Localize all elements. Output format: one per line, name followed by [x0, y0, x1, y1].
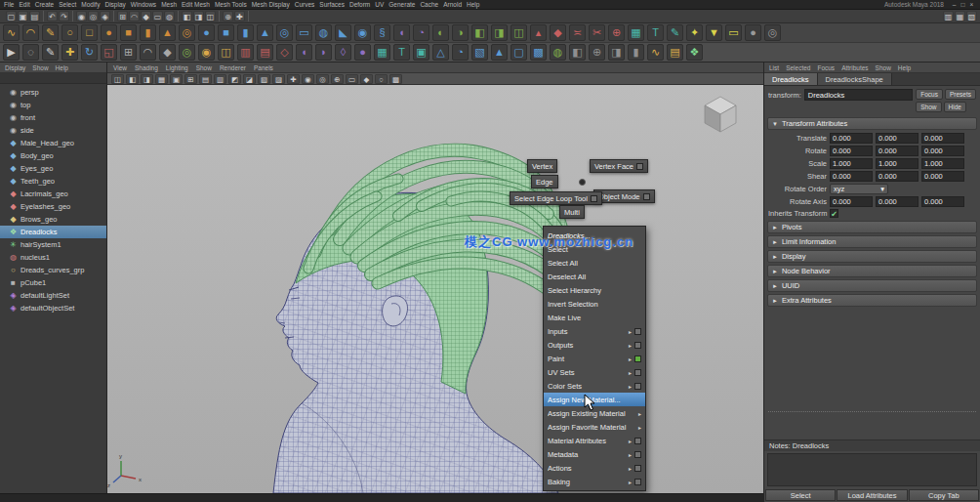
save-scene-icon[interactable]: ▤ — [29, 11, 40, 21]
ae-tab-dreadlocksshape[interactable]: DreadlocksShape — [818, 73, 892, 85]
outliner-item-eyelashes-geo[interactable]: ◆Eyelashes_geo — [0, 200, 106, 213]
ae-menu-show[interactable]: Show — [876, 64, 891, 71]
shelf-select-tool-icon[interactable]: ▶ — [3, 44, 20, 61]
shelf-multi-cut-icon[interactable]: ✂ — [589, 24, 605, 41]
outliner-menu-help[interactable]: Help — [56, 64, 68, 71]
menu-uv[interactable]: UV — [375, 1, 384, 8]
plugin-shading-icon[interactable]: ▩ — [389, 74, 402, 84]
context-menu-item-make-live[interactable]: Make Live — [544, 311, 645, 324]
ae-button-hide[interactable]: Hide — [944, 102, 966, 112]
menu-mesh[interactable]: Mesh — [161, 1, 177, 8]
field-chart-icon[interactable]: ◨ — [141, 74, 153, 84]
shelf-quad-draw-icon[interactable]: ▦ — [628, 24, 644, 41]
shelf-smooth-mesh-icon[interactable]: ◔ — [413, 24, 429, 41]
shelf-offset-edge-loop-icon[interactable]: ▤ — [257, 44, 273, 61]
shelf-render-view-icon[interactable]: ◧ — [569, 44, 586, 61]
shelf-combine-icon[interactable]: ◧ — [471, 24, 488, 41]
footer-button-select[interactable]: Select — [765, 489, 836, 501]
minimize-button[interactable]: – — [950, 1, 959, 8]
outliner-item-dreads-curves-grp[interactable]: ○Dreads_curves_grp — [0, 264, 106, 276]
menu-deform[interactable]: Deform — [349, 1, 370, 8]
render-view-icon[interactable]: ◧ — [182, 11, 192, 21]
shelf-create-polygon-icon[interactable]: △ — [432, 44, 449, 61]
outliner-item-pcube1[interactable]: ■pCube1 — [0, 276, 106, 289]
shelf-nurbs-circle-icon[interactable]: ○ — [61, 24, 78, 41]
motion-blur-icon[interactable]: ▧ — [258, 74, 270, 84]
attr-value-field[interactable]: 0.000 — [921, 133, 964, 144]
ae-tab-dreadlocks[interactable]: Dreadlocks — [764, 73, 818, 85]
shadows-mode-icon[interactable]: ◩ — [228, 74, 241, 84]
menu-windows[interactable]: Windows — [131, 1, 156, 8]
ae-button-focus[interactable]: Focus — [916, 89, 943, 100]
viewport-menu-panels[interactable]: Panels — [254, 64, 273, 71]
viewport-menu-shading[interactable]: Shading — [135, 64, 158, 71]
rotate-order-dropdown[interactable]: xyz▾ — [830, 184, 888, 194]
attr-value-field[interactable]: 0.000 — [830, 146, 873, 156]
ae-menu-help[interactable]: Help — [898, 64, 911, 71]
section-uuid[interactable]: ►UUID — [767, 279, 977, 292]
shelf-snap-grid-icon[interactable]: ⊞ — [120, 44, 137, 61]
attr-value-field[interactable]: 0.000 — [830, 133, 873, 144]
shelf-render-material-icon[interactable]: ● — [745, 24, 761, 41]
shelf-poly-torus-icon[interactable]: ◎ — [276, 24, 293, 41]
option-box-icon[interactable] — [634, 369, 641, 376]
select-hierarchy-icon[interactable]: ◉ — [76, 11, 87, 21]
close-button[interactable]: × — [967, 1, 976, 8]
context-menu-item-deselect-all[interactable]: Deselect All — [544, 270, 645, 283]
menu-help[interactable]: Help — [467, 1, 479, 8]
context-menu-item-select-hierarchy[interactable]: Select Hierarchy — [544, 283, 645, 297]
footer-button-load-attributes[interactable]: Load Attributes — [837, 489, 907, 501]
shelf-render-settings-icon[interactable]: ⊕ — [589, 44, 605, 61]
shelf-dope-sheet-icon[interactable]: ▤ — [667, 44, 683, 61]
menu-cache[interactable]: Cache — [420, 1, 438, 8]
marking-menu-multi[interactable]: Multi — [559, 205, 585, 219]
redo-icon[interactable]: ↷ — [59, 11, 69, 21]
outliner-item-defaultlightset[interactable]: ◈defaultLightSet — [0, 289, 106, 302]
snap-to-curve-icon[interactable]: ◠ — [129, 11, 140, 21]
marking-menu-edge[interactable]: Edge — [531, 175, 558, 188]
footer-button-copy-tab[interactable]: Copy Tab — [909, 489, 979, 501]
viewport-3d-view[interactable]: x y z 模之CG www.mozhicg.cn VertexVertex F… — [107, 85, 763, 493]
snap-to-grid-icon[interactable]: ⊞ — [117, 11, 128, 21]
menu-arnold[interactable]: Arnold — [443, 1, 462, 8]
outliner-item-dreadlocks[interactable]: ❖Dreadlocks — [0, 226, 106, 238]
outliner-menu-display[interactable]: Display — [5, 64, 25, 71]
outliner-item-body-geo[interactable]: ◆Body_geo — [0, 149, 106, 162]
attr-value-field[interactable]: 0.000 — [876, 146, 919, 156]
shelf-poly-cone-icon[interactable]: ▲ — [257, 24, 273, 41]
context-menu-item-paint[interactable]: Paint▸ — [544, 352, 645, 365]
shelf-nurbs-cone-icon[interactable]: ▲ — [159, 24, 176, 41]
viewport-menu-renderer[interactable]: Renderer — [220, 64, 246, 71]
select-object-icon[interactable]: ◎ — [88, 11, 99, 21]
ae-menu-focus[interactable]: Focus — [817, 64, 835, 71]
shelf-type-tool-icon[interactable]: T — [647, 24, 664, 41]
shelf-soft-select-icon[interactable]: ◉ — [198, 44, 215, 61]
bookmark-view-icon[interactable]: ◆ — [360, 74, 373, 84]
shelf-poly-pipe-icon[interactable]: ◉ — [354, 24, 371, 41]
shelf-bevel-icon[interactable]: ◆ — [550, 24, 566, 41]
modeling-toolkit-toggle-icon[interactable]: ▥ — [943, 11, 954, 21]
shelf-spot-light-icon[interactable]: ▼ — [706, 24, 722, 41]
outliner-item-persp[interactable]: ◉persp — [0, 86, 106, 99]
menu-file[interactable]: File — [4, 1, 14, 8]
shelf-target-weld-icon[interactable]: ⊕ — [608, 24, 625, 41]
attr-value-field[interactable]: 0.000 — [830, 196, 873, 207]
shelf-poly-pyramid-icon[interactable]: ◣ — [335, 24, 351, 41]
context-menu-item-assign-favorite-material[interactable]: Assign Favorite Material▸ — [544, 420, 645, 434]
shelf-snap-curve-icon[interactable]: ◠ — [140, 44, 156, 61]
shelf-mirror-geometry-icon[interactable]: ◫ — [510, 24, 527, 41]
outliner-item-nucleus1[interactable]: ◍nucleus1 — [0, 251, 106, 264]
attr-value-field[interactable]: 0.000 — [876, 171, 919, 182]
film-gate-icon[interactable]: ◎ — [316, 74, 329, 84]
shelf-curve-ep-icon[interactable]: ◠ — [22, 24, 39, 41]
shelf-quad-draw-tool-icon[interactable]: ▦ — [374, 44, 390, 61]
wireframe-mode-icon[interactable]: ⊞ — [184, 74, 197, 84]
option-box-icon[interactable] — [634, 438, 641, 444]
ipr-render-icon[interactable]: ◫ — [205, 11, 216, 21]
select-component-icon[interactable]: ◈ — [100, 11, 110, 21]
multisample-aa-icon[interactable]: ▨ — [272, 74, 285, 84]
menu-display[interactable]: Display — [104, 1, 125, 8]
shelf-poly-sphere-icon[interactable]: ● — [198, 24, 215, 41]
shelf-playblast-icon[interactable]: ▮ — [628, 44, 644, 61]
shelf-sculpt-brush-icon[interactable]: ◖ — [296, 44, 312, 61]
